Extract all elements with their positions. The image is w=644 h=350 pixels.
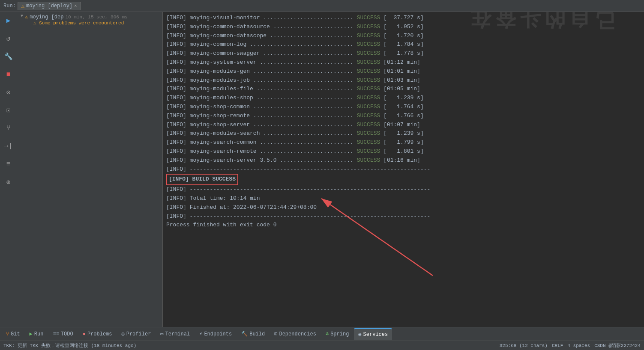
console-line: [INFO] moying-common-datascope .........… (166, 32, 641, 41)
run-item-warning: ⚠ Some problems were encountered (25, 20, 128, 26)
status-bar: TKK: 更新 TKK 失败，请检查网络连接 (18 minutes ago) … (0, 341, 644, 350)
list-icon[interactable]: ≡ (3, 158, 15, 170)
search-icon[interactable]: ⊙ (3, 86, 15, 98)
stop-icon[interactable]: ■ (3, 68, 15, 80)
console-line: [INFO] moying-modules-gen ..............… (166, 67, 641, 76)
console-line: [INFO] moying-system-server ............… (166, 58, 641, 67)
status-encoding: CRLF (552, 343, 563, 348)
tab-git[interactable]: ⑂Git (2, 328, 24, 340)
status-message: TKK: 更新 TKK 失败，请检查网络连接 (18 minutes ago) (3, 342, 494, 349)
console-line: [INFO] moying-search-common ............… (166, 138, 641, 147)
tab-spring[interactable]: ☘Spring (321, 328, 353, 340)
console-line: [INFO] ---------------------------------… (166, 165, 641, 174)
tab-build[interactable]: 🔨Build (237, 328, 269, 340)
tab-problems[interactable]: ●Problems (78, 328, 117, 340)
endpoints-tab-icon: ⚡ (199, 331, 202, 337)
tab-services[interactable]: ◉Services (354, 328, 392, 340)
run-item[interactable]: ▼ ⚠ moying [dep 10 min, 15 sec, 806 ms ⚠… (17, 12, 162, 27)
spring-tab-icon: ☘ (326, 331, 329, 337)
console-line: [INFO] moying-common-swagger ...........… (166, 49, 641, 58)
tab-terminal[interactable]: ▭Terminal (156, 328, 194, 340)
git-tab-label: Git (11, 331, 20, 337)
todo-tab-icon: ≡≡ (53, 331, 59, 337)
status-right: 325:68 (12 chars) CRLF 4 spaces CSDN @陌影… (500, 342, 641, 349)
console-line: [INFO] moying-search-remote ............… (166, 147, 641, 156)
tab-profiler[interactable]: ◎Profiler (117, 328, 155, 340)
console-area: 在奋斗的自己 [INFO] moying-visual-monitor ....… (163, 12, 644, 327)
console-content[interactable]: [INFO] moying-visual-monitor ...........… (163, 12, 644, 327)
problems-tab-label: Problems (87, 331, 112, 337)
tab-dependencies[interactable]: ⊞Dependencies (270, 328, 321, 340)
signin-icon[interactable]: →| (3, 140, 15, 152)
console-line: [INFO] BUILD SUCCESS (166, 174, 641, 185)
refresh-icon[interactable]: ↺ (3, 33, 15, 44)
build-tab-icon: 🔨 (241, 331, 248, 337)
play-icon[interactable]: ▶ (3, 15, 15, 27)
panel-area: ▼ ⚠ moying [dep 10 min, 15 sec, 806 ms ⚠… (17, 12, 163, 327)
services-tab-label: Services (363, 332, 388, 338)
console-line: [INFO] Finished at: 2022-06-07T21:44:29+… (166, 203, 641, 212)
console-line: [INFO] moying-search-server 3.5.0 ......… (166, 156, 641, 165)
run-item-name: moying [dep (30, 14, 63, 20)
status-spaces: 4 spaces (567, 343, 590, 348)
git-tab-icon: ⑂ (6, 331, 9, 337)
console-line: [INFO] moying-common-log ...............… (166, 40, 641, 49)
console-line: [INFO] moying-shop-common ..............… (166, 103, 641, 112)
bottom-tabs: ⑂Git▶Run≡≡TODO●Problems◎Profiler▭Termina… (0, 327, 644, 341)
console-line: [INFO] moying-modules-job ..............… (166, 76, 641, 85)
console-line: [INFO] moying-visual-monitor ...........… (166, 14, 641, 23)
console-line: [INFO] moying-modules-search ...........… (166, 129, 641, 138)
branch-icon[interactable]: ⑂ (3, 122, 15, 134)
run-label: Run: (3, 3, 16, 9)
close-tab-button[interactable]: × (74, 3, 77, 9)
warning-sub-icon: ⚠ (33, 21, 36, 26)
run-item-time: 10 min, 15 sec, 806 ms (65, 15, 127, 20)
run-tab-icon: ▶ (30, 331, 33, 337)
run-item-warning-text: Some problems were encountered (39, 21, 124, 26)
deps-tab-icon: ⊞ (274, 331, 277, 337)
endpoints-tab-label: Endpoints (204, 331, 232, 337)
console-line: [INFO] ---------------------------------… (166, 185, 641, 194)
console-line: Process finished with exit code 0 (166, 221, 641, 230)
pin-icon[interactable]: ⊕ (3, 176, 15, 188)
run-tab-label: moying [deploy] (26, 3, 72, 9)
warning-icon: ⚠ (21, 3, 24, 9)
build-success-highlight: [INFO] BUILD SUCCESS (166, 174, 238, 185)
profiler-tab-icon: ◎ (121, 331, 124, 337)
wrench-icon[interactable]: 🔧 (3, 50, 15, 62)
sidebar: ▶ ↺ 🔧 ■ ⊙ ⊡ ⑂ →| ≡ ⊕ (0, 12, 17, 327)
tab-todo[interactable]: ≡≡TODO (48, 328, 77, 340)
console-line: [INFO] moying-modules-shop .............… (166, 94, 641, 103)
services-tab-icon: ◉ (358, 331, 361, 338)
console-line: [INFO] ---------------------------------… (166, 212, 641, 221)
run-item-title: ⚠ moying [dep 10 min, 15 sec, 806 ms (25, 14, 128, 20)
status-csdn: CSDN @陌影2272424 (594, 342, 641, 349)
console-line: [INFO] moying-shop-remote ..............… (166, 112, 641, 121)
build-tab-label: Build (249, 331, 265, 337)
console-line: [INFO] moying-modules-file .............… (166, 85, 641, 94)
run-tab[interactable]: ⚠ moying [deploy] × (18, 2, 81, 10)
tab-run[interactable]: ▶Run (25, 328, 48, 340)
problems-tab-icon: ● (83, 331, 86, 337)
console-line: [INFO] moying-shop-server ..............… (166, 121, 641, 130)
run-warning-icon: ⚠ (25, 14, 28, 20)
terminal-tab-label: Terminal (165, 331, 190, 337)
todo-tab-label: TODO (61, 331, 73, 337)
deps-tab-label: Dependencies (279, 331, 316, 337)
chevron-icon: ▼ (21, 14, 23, 18)
profiler-tab-label: Profiler (126, 331, 151, 337)
console-line: [INFO] moying-common-datasource ........… (166, 23, 641, 32)
console-line: [INFO] Total time: 10:14 min (166, 194, 641, 203)
spring-tab-label: Spring (330, 331, 349, 337)
run-tab-label: Run (34, 331, 44, 337)
terminal-tab-icon: ▭ (160, 331, 163, 337)
status-coords: 325:68 (12 chars) (500, 343, 548, 348)
top-bar: Run: ⚠ moying [deploy] × (0, 0, 644, 12)
camera-icon[interactable]: ⊡ (3, 104, 15, 116)
main-area: ▶ ↺ 🔧 ■ ⊙ ⊡ ⑂ →| ≡ ⊕ ▼ ⚠ moying [dep 10 … (0, 12, 644, 327)
tab-endpoints[interactable]: ⚡Endpoints (195, 328, 236, 340)
